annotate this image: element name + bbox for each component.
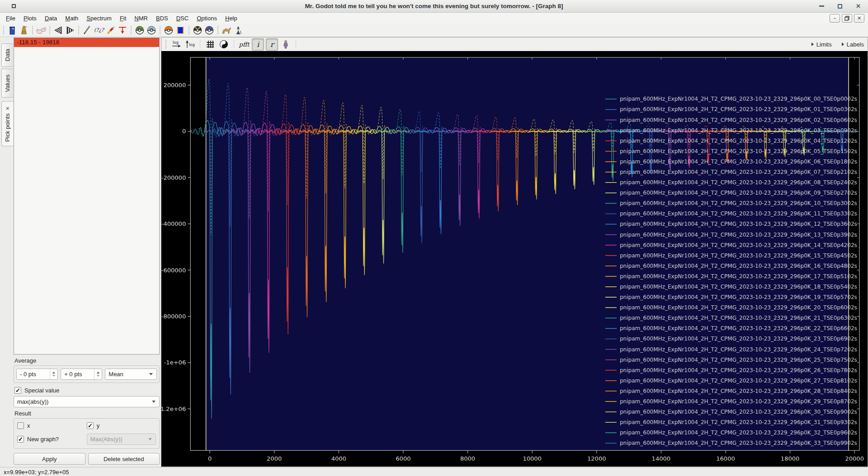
picked-range-item[interactable]: -118.15 - 19816 — [14, 38, 159, 47]
new-graph-checkbox[interactable]: ✓ — [17, 436, 24, 443]
special-value-select[interactable]: max(abs(y)) — [14, 396, 160, 407]
menu-item-math[interactable]: Math — [61, 14, 82, 23]
close-icon[interactable]: ✕ — [856, 3, 861, 9]
legend-entry: pnipam_600MHz_ExpNr1004_2H_T2_CPMG_2023-… — [620, 273, 857, 280]
spinner-arrows[interactable] — [50, 369, 57, 379]
baseline-tool-icon[interactable] — [117, 24, 128, 36]
picked-ranges-list[interactable]: -118.15 - 19816 — [14, 37, 160, 355]
wizard-icon[interactable] — [232, 24, 244, 36]
figure-icon[interactable] — [280, 38, 292, 50]
menu-item-plots[interactable]: Plots — [19, 14, 41, 23]
legend-entry: pnipam_600MHz_ExpNr1004_2H_T2_CPMG_2023-… — [620, 242, 857, 248]
x-tick-label: 6000 — [396, 456, 410, 462]
y-tick-label: -600000 — [161, 267, 186, 274]
spectra-plot[interactable]: 0200040006000800010000120001400016000180… — [161, 51, 868, 467]
legend-entry: pnipam_600MHz_ExpNr1004_2H_T2_CPMG_2023-… — [620, 326, 857, 332]
apply-button[interactable]: Apply — [14, 453, 85, 465]
legend-entry: pnipam_600MHz_ExpNr1004_2H_T2_CPMG_2023-… — [620, 148, 857, 154]
mdi-minimize-icon[interactable]: − — [830, 14, 840, 23]
pfft-icon[interactable]: pfft — [238, 38, 250, 50]
mdi-window-controls: − ✕ — [830, 14, 864, 23]
legend-entry: pnipam_600MHz_ExpNr1004_2H_T2_CPMG_2023-… — [620, 138, 857, 144]
legend-entry: pnipam_600MHz_ExpNr1004_2H_T2_CPMG_2023-… — [620, 169, 857, 176]
log-x-icon[interactable]: log — [170, 38, 182, 50]
menu-item-bds[interactable]: BDS — [152, 14, 172, 23]
menu-item-nmr[interactable]: NMR — [130, 14, 152, 23]
menu-item-file[interactable]: File — [2, 14, 19, 23]
plot-canvas[interactable]: 0200040006000800010000120001400016000180… — [161, 51, 868, 467]
limits-button[interactable]: Limits — [811, 41, 832, 48]
net-ball-icon[interactable] — [146, 24, 157, 36]
title-bar: Mr. Godot told me to tell you he won't c… — [0, 0, 868, 13]
blue-square-icon[interactable] — [175, 24, 186, 36]
result-group-title: Result — [14, 410, 160, 417]
legend-entry: pnipam_600MHz_ExpNr1004_2H_T2_CPMG_2023-… — [620, 284, 857, 290]
expander-arrow-icon — [842, 42, 844, 46]
legend-entry: pnipam_600MHz_ExpNr1004_2H_T2_CPMG_2023-… — [620, 294, 857, 301]
pencil-icon[interactable] — [81, 24, 93, 36]
sidebar-tab-data[interactable]: Data — [1, 43, 13, 67]
next-triangle-icon[interactable] — [64, 24, 76, 36]
prev-triangle-icon[interactable] — [52, 24, 64, 36]
y-tick-label: -400000 — [161, 221, 186, 228]
legend-entry: pnipam_600MHz_ExpNr1004_2H_T2_CPMG_2023-… — [620, 190, 857, 196]
result-x-checkbox[interactable] — [17, 422, 24, 429]
spinner-arrows[interactable] — [94, 369, 102, 379]
tab-close-icon[interactable]: ✕ — [5, 106, 9, 111]
mdi-close-icon[interactable]: ✕ — [854, 14, 864, 23]
average-group-title: Average — [14, 357, 160, 364]
legend-entry: pnipam_600MHz_ExpNr1004_2H_T2_CPMG_2023-… — [620, 409, 857, 415]
real-toggle-button[interactable]: r — [266, 38, 278, 51]
mdi-restore-icon[interactable] — [842, 14, 852, 23]
dalek-icon[interactable] — [18, 24, 30, 36]
legend-entry: pnipam_600MHz_ExpNr1004_2H_T2_CPMG_2023-… — [620, 107, 857, 113]
average-method-select[interactable]: Mean — [105, 369, 157, 380]
labels-button[interactable]: Labels — [842, 41, 864, 48]
maximize-icon[interactable] — [838, 4, 842, 9]
minimize-icon[interactable] — [819, 5, 824, 7]
menu-item-spectrum[interactable]: Spectrum — [82, 14, 116, 23]
menu-item-options[interactable]: Options — [193, 14, 221, 23]
x-tick-label: 14000 — [652, 456, 671, 462]
dock-tab-strip: Data Values ✕ Pick points — [0, 37, 14, 467]
legend-entry: pnipam_600MHz_ExpNr1004_2H_T2_CPMG_2023-… — [620, 378, 857, 384]
menu-item-dsc[interactable]: DSC — [172, 14, 193, 23]
mice-icon[interactable] — [35, 24, 47, 36]
screwdriver-icon[interactable] — [105, 24, 117, 36]
camel-icon[interactable] — [221, 24, 232, 36]
safari-ball-icon[interactable] — [134, 24, 146, 36]
average-group: - 0 pts + 0 pts Mean — [14, 365, 160, 383]
legend-entry: pnipam_600MHz_ExpNr1004_2H_T2_CPMG_2023-… — [620, 96, 857, 103]
delete-selected-button[interactable]: Delete selected — [88, 453, 160, 465]
menu-item-fit[interactable]: Fit — [116, 14, 130, 23]
legend-entry: pnipam_600MHz_ExpNr1004_2H_T2_CPMG_2023-… — [620, 127, 857, 134]
toolbar-separator — [78, 26, 79, 34]
question-marks-icon[interactable]: (?¿? — [93, 24, 105, 36]
result-x-row: x — [17, 422, 83, 429]
cursor-coordinates: x=9.99e+03; y=2.79e+05 — [4, 469, 69, 476]
imaginary-toggle-button[interactable]: i — [252, 38, 264, 51]
ultra-ball-icon[interactable] — [192, 24, 203, 36]
pick-points-panel: -118.15 - 19816 Average - 0 pts + 0 pts … — [14, 37, 161, 467]
toolbar-handle[interactable] — [165, 40, 166, 49]
log-y-icon[interactable]: log — [184, 38, 196, 50]
minus-points-spinner[interactable]: - 0 pts — [16, 369, 58, 380]
sidebar-tab-pick-points[interactable]: ✕ Pick points — [1, 101, 13, 146]
special-value-row: ✓ Special value — [14, 387, 160, 394]
expander-arrow-icon — [811, 42, 814, 46]
result-y-checkbox[interactable]: ✓ — [87, 422, 94, 429]
x-tick-label: 20000 — [845, 456, 864, 462]
poke-ball-icon[interactable] — [163, 24, 175, 36]
yin-yang-icon[interactable] — [218, 38, 230, 50]
great-ball-icon[interactable] — [203, 24, 215, 36]
sidebar-tab-values[interactable]: Values — [1, 69, 13, 98]
tardis-icon[interactable] — [6, 24, 18, 36]
special-value-checkbox[interactable]: ✓ — [14, 387, 21, 394]
legend-entry: pnipam_600MHz_ExpNr1004_2H_T2_CPMG_2023-… — [620, 430, 857, 436]
menu-item-data[interactable]: Data — [41, 14, 61, 23]
grid-icon[interactable] — [204, 38, 216, 50]
x-tick-label: 16000 — [716, 456, 735, 462]
plus-points-spinner[interactable]: + 0 pts — [61, 369, 102, 380]
legend-entry: pnipam_600MHz_ExpNr1004_2H_T2_CPMG_2023-… — [620, 201, 857, 207]
menu-item-help[interactable]: Help — [221, 14, 241, 23]
